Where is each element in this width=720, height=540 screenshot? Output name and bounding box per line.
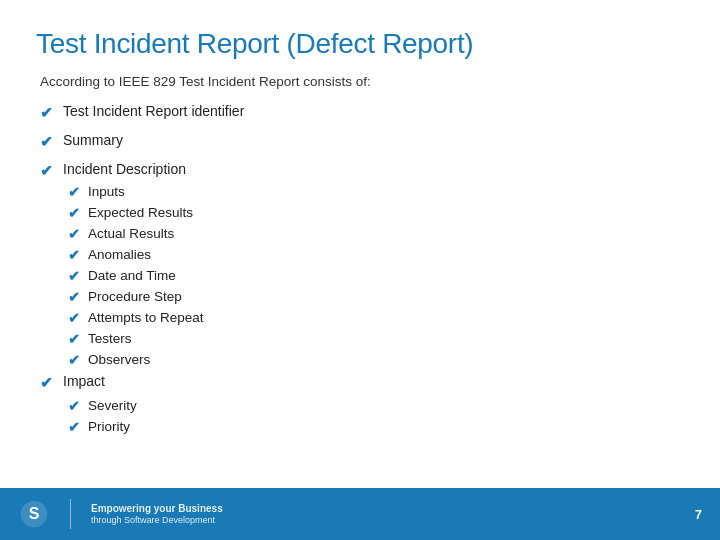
list-item: ✔ Testers	[68, 331, 684, 347]
item-label: Attempts to Repeat	[88, 310, 204, 325]
check-icon: ✔	[68, 419, 80, 435]
list-item: ✔ Observers	[68, 352, 684, 368]
item-label: Testers	[88, 331, 132, 346]
check-icon: ✔	[40, 133, 53, 151]
list-item: ✔ Anomalies	[68, 247, 684, 263]
item-label: Observers	[88, 352, 150, 367]
check-icon: ✔	[68, 352, 80, 368]
check-icon: ✔	[68, 289, 80, 305]
slide-subtitle: According to IEEE 829 Test Incident Repo…	[36, 74, 684, 89]
list-item: ✔ Impact	[40, 373, 684, 392]
list-item: ✔ Priority	[68, 419, 684, 435]
slide-title: Test Incident Report (Defect Report)	[36, 28, 684, 60]
item-label: Impact	[63, 373, 105, 389]
item-label: Actual Results	[88, 226, 174, 241]
svg-text:S: S	[29, 505, 40, 522]
page-number: 7	[695, 507, 702, 522]
check-icon: ✔	[68, 184, 80, 200]
footer: S Empowering your Business through Softw…	[0, 488, 720, 540]
list-item: ✔ Actual Results	[68, 226, 684, 242]
list-item: ✔ Attempts to Repeat	[68, 310, 684, 326]
check-icon: ✔	[68, 331, 80, 347]
check-icon: ✔	[40, 104, 53, 122]
check-icon: ✔	[68, 247, 80, 263]
check-icon: ✔	[68, 205, 80, 221]
sub-list: ✔ Inputs ✔ Expected Results ✔ Actual Res…	[68, 184, 684, 368]
list-item: ✔ Severity	[68, 398, 684, 414]
check-icon: ✔	[40, 162, 53, 180]
item-label: Priority	[88, 419, 130, 434]
sub-list: ✔ Severity ✔ Priority	[68, 398, 684, 435]
item-label: Summary	[63, 132, 123, 148]
list-item: ✔ Test Incident Report identifier	[40, 103, 684, 122]
check-icon: ✔	[68, 226, 80, 242]
list-item: ✔ Procedure Step	[68, 289, 684, 305]
content-area: ✔ Test Incident Report identifier ✔ Summ…	[36, 103, 684, 435]
item-label: Test Incident Report identifier	[63, 103, 244, 119]
item-label: Anomalies	[88, 247, 151, 262]
footer-divider	[70, 499, 71, 529]
check-icon: ✔	[40, 374, 53, 392]
check-icon: ✔	[68, 268, 80, 284]
list-item: ✔ Date and Time	[68, 268, 684, 284]
list-item: ✔ Incident Description	[40, 161, 684, 180]
item-label: Date and Time	[88, 268, 176, 283]
list-item: ✔ Summary	[40, 132, 684, 151]
item-label: Expected Results	[88, 205, 193, 220]
list-item: ✔ Inputs	[68, 184, 684, 200]
incident-description-block: ✔ Incident Description ✔ Inputs ✔ Expect…	[40, 161, 684, 368]
softserve-logo-icon: S	[18, 498, 50, 530]
footer-logo: S Empowering your Business through Softw…	[18, 498, 223, 530]
item-label: Incident Description	[63, 161, 186, 177]
check-icon: ✔	[68, 398, 80, 414]
impact-block: ✔ Impact ✔ Severity ✔ Priority	[40, 373, 684, 435]
item-label: Procedure Step	[88, 289, 182, 304]
slide: Test Incident Report (Defect Report) Acc…	[0, 0, 720, 540]
footer-tagline: Empowering your Business through Softwar…	[91, 502, 223, 527]
item-label: Inputs	[88, 184, 125, 199]
check-icon: ✔	[68, 310, 80, 326]
item-label: Severity	[88, 398, 137, 413]
list-item: ✔ Expected Results	[68, 205, 684, 221]
